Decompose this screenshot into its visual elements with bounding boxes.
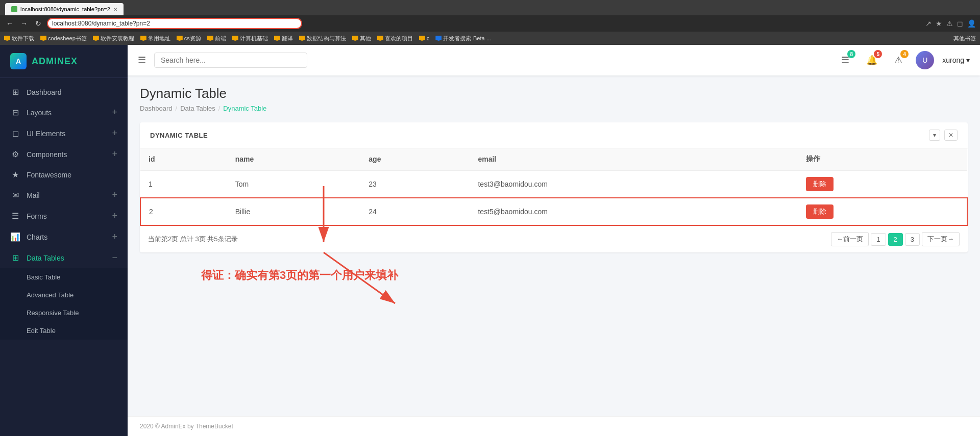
ui-icon: ◻ <box>10 129 20 138</box>
chart-icon: 📊 <box>10 232 20 242</box>
page-1-button[interactable]: 1 <box>871 233 886 246</box>
bookmark-fav[interactable]: 喜欢的项目 <box>377 35 413 42</box>
messages-button[interactable]: ☰ 8 <box>836 51 854 69</box>
breadcrumb-dashboard[interactable]: Dashboard <box>140 105 173 112</box>
browser-chrome: localhost:8080/dynamic_table?pn=2 ✕ ← → … <box>0 0 980 32</box>
table-card: DYNAMIC TABLE ▾ ✕ id name age em <box>140 122 968 252</box>
bookmark-folder-icon <box>419 36 425 41</box>
bookmark-algo[interactable]: 数据结构与算法 <box>299 35 346 42</box>
sidebar-item-components[interactable]: ⚙ Components + <box>0 144 128 165</box>
col-action: 操作 <box>798 148 967 170</box>
close-button[interactable]: ✕ <box>944 130 958 141</box>
profile-icon[interactable]: 👤 <box>967 19 976 28</box>
sidebar-item-charts[interactable]: 📊 Charts + <box>0 226 128 247</box>
bookmark-folder-icon <box>40 36 46 41</box>
address-bar[interactable] <box>47 18 302 29</box>
bookmark-translate[interactable]: 翻译 <box>274 35 293 42</box>
bookmark-folder-icon <box>377 36 383 41</box>
cell-action: 删除 <box>798 198 967 225</box>
reload-button[interactable]: ↻ <box>33 18 44 29</box>
annotation-container: 得证：确实有第3页的第一个用户来填补 <box>140 263 968 303</box>
pagination-info: 当前第2页 总计 3页 共5条记录 <box>148 235 238 244</box>
plus-icon: + <box>112 107 117 118</box>
layout-icon: ⊟ <box>10 108 20 117</box>
sidebar-item-edit-table[interactable]: Edit Table <box>0 322 128 340</box>
delete-button-2[interactable]: 删除 <box>806 204 834 219</box>
card-header: DYNAMIC TABLE ▾ ✕ <box>140 122 968 148</box>
alerts-button[interactable]: 🔔 5 <box>863 51 881 69</box>
cell-email: test3@baomidou.com <box>470 170 798 198</box>
col-email: email <box>470 148 798 170</box>
bookmark-install[interactable]: 软件安装教程 <box>93 35 134 42</box>
bookmark-label: 其他书签 <box>953 35 976 42</box>
prev-page-button[interactable]: ←前一页 <box>831 232 869 246</box>
bookmark-software[interactable]: 软件下载 <box>4 35 34 42</box>
bookmark-cs[interactable]: cs资源 <box>177 35 201 42</box>
sidebar-item-data-tables[interactable]: ⊞ Data Tables − <box>0 247 128 268</box>
cell-id: 2 <box>140 198 227 225</box>
bookmark-other-books[interactable]: 其他书签 <box>953 35 976 42</box>
sidebar-item-label: Basic Table <box>27 273 117 281</box>
plus-icon: + <box>112 128 117 139</box>
table-body: 1 Tom 23 test3@baomidou.com 删除 2 Billi <box>140 170 967 225</box>
page-3-button[interactable]: 3 <box>905 233 920 246</box>
browser-tab[interactable]: localhost:8080/dynamic_table?pn=2 ✕ <box>5 3 124 15</box>
bookmark-cs-basics[interactable]: 计算机基础 <box>232 35 268 42</box>
bookmark-icon[interactable]: ★ <box>936 19 942 28</box>
breadcrumb-datatables[interactable]: Data Tables <box>180 105 215 112</box>
hamburger-button[interactable]: ☰ <box>138 55 146 66</box>
bookmark-folder-icon <box>232 36 238 41</box>
logo-text: ADMINEX <box>32 56 78 67</box>
sidebar-item-basic-table[interactable]: Basic Table <box>0 268 128 286</box>
sidebar-item-label: Components <box>27 150 106 159</box>
bookmark-label: 喜欢的项目 <box>385 35 413 42</box>
user-name[interactable]: xurong ▾ <box>942 56 970 64</box>
bookmark-other[interactable]: 其他 <box>352 35 371 42</box>
sidebar-item-layouts[interactable]: ⊟ Layouts + <box>0 102 128 123</box>
forward-button[interactable]: → <box>18 18 30 29</box>
bookmark-label: cs资源 <box>184 35 201 42</box>
component-icon: ⚙ <box>10 149 20 159</box>
tab-favicon <box>11 6 17 12</box>
share-icon[interactable]: ↗ <box>925 19 932 28</box>
bookmark-folder-icon <box>299 36 305 41</box>
table-footer: 当前第2页 总计 3页 共5条记录 ←前一页 1 2 3 下一页→ <box>140 226 968 252</box>
search-input[interactable] <box>154 53 307 68</box>
tab-close[interactable]: ✕ <box>113 7 117 12</box>
sidebar-nav: ⊞ Dashboard ⊟ Layouts + ◻ UI Elements + … <box>0 78 128 436</box>
extensions-icon[interactable]: ⚠ <box>946 19 953 28</box>
back-button[interactable]: ← <box>4 18 15 29</box>
delete-button-1[interactable]: 删除 <box>806 177 834 191</box>
page-2-button[interactable]: 2 <box>888 233 903 246</box>
sidebar-item-responsive-table[interactable]: Responsive Table <box>0 304 128 322</box>
bookmark-label: codesheep书签 <box>48 35 87 42</box>
sidebar-item-label: Forms <box>27 212 106 220</box>
sidebar-submenu-tables: Basic Table Advanced Table Responsive Ta… <box>0 268 128 340</box>
user-avatar: U <box>916 51 934 69</box>
card-title: DYNAMIC TABLE <box>150 132 208 139</box>
header-right: ☰ 8 🔔 5 ⚠ 4 U xurong ▾ <box>836 51 970 69</box>
sidebar-item-fontawesome[interactable]: ★ Fontawesome <box>0 165 128 185</box>
breadcrumb-sep: / <box>218 105 220 112</box>
sidebar-item-forms[interactable]: ☰ Forms + <box>0 206 128 226</box>
bookmark-frontend[interactable]: 前端 <box>207 35 226 42</box>
app-footer: 2020 © AdminEx by ThemeBucket <box>128 416 980 436</box>
plus-icon: + <box>112 232 117 242</box>
sidebar-item-dashboard[interactable]: ⊞ Dashboard <box>0 82 128 102</box>
notifications-button[interactable]: ⚠ 4 <box>889 51 908 69</box>
collapse-button[interactable]: ▾ <box>929 130 940 141</box>
sidebar-item-mail[interactable]: ✉ Mail + <box>0 185 128 206</box>
bookmark-codesheep[interactable]: codesheep书签 <box>40 35 87 42</box>
sidebar-item-ui-elements[interactable]: ◻ UI Elements + <box>0 123 128 144</box>
maximize-icon[interactable]: ◻ <box>957 19 963 28</box>
table-icon: ⊞ <box>10 253 20 263</box>
bookmark-dev-search[interactable]: 开发者搜索-Beta-... <box>435 35 491 42</box>
sidebar-item-label: Responsive Table <box>27 309 117 317</box>
sidebar-item-label: Data Tables <box>27 254 106 262</box>
sidebar-item-advanced-table[interactable]: Advanced Table <box>0 286 128 304</box>
bookmark-c[interactable]: c <box>419 35 430 41</box>
sidebar-logo: A ADMINEX <box>0 45 128 78</box>
bookmark-common[interactable]: 常用地址 <box>140 35 170 42</box>
next-page-button[interactable]: 下一页→ <box>922 232 960 246</box>
main-content: Dynamic Table Dashboard / Data Tables / … <box>128 75 980 416</box>
